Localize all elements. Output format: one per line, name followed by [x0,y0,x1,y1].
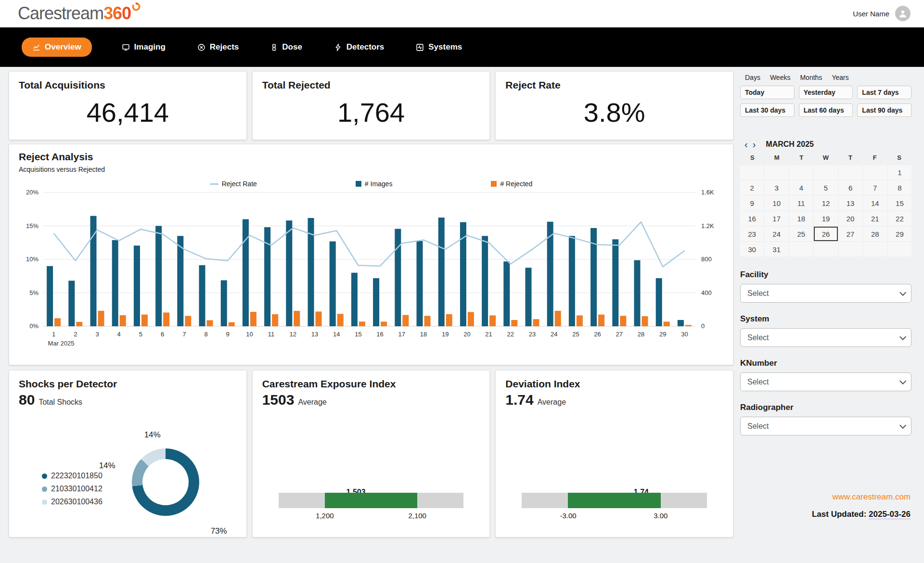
calendar-day-23[interactable]: 23 [740,227,764,241]
calendar-day-14[interactable]: 14 [863,196,887,210]
calendar-prev-icon[interactable]: ‹ [743,140,749,149]
legend-item-detector-3[interactable]: 202630100436 [42,498,103,506]
preset-last-7-days-button[interactable]: Last 7 days [857,86,911,99]
period-tab-years[interactable]: Years [832,74,848,81]
svg-text:28: 28 [638,331,644,338]
exposure-index-gauge: 1,503 1,200 2,100 [279,493,464,520]
shocks-donut-chart [132,448,199,516]
radiographer-label: Radiographer [740,403,911,412]
system-label: System [740,314,911,324]
kpi-card-reject-rate: Reject Rate 3.8% [495,71,733,140]
radiographer-select[interactable]: Select [740,417,911,435]
calendar-day-24[interactable]: 24 [765,227,788,241]
svg-text:7: 7 [182,331,186,338]
svg-text:21: 21 [485,331,492,338]
logo-text: Carestream [18,5,103,22]
calendar-day-25[interactable]: 25 [789,227,813,241]
svg-text:4: 4 [117,331,121,338]
period-tab-months[interactable]: Months [800,74,822,81]
calendar-day-26[interactable]: 26 [814,227,837,241]
line-swatch [210,183,218,185]
calendar-next-icon[interactable]: › [751,140,757,149]
tab-rejects[interactable]: Rejects [195,38,241,57]
deviation-average-value: 1.74 [505,392,533,408]
filter-sidebar: Days Weeks Months Years Today Yesterday … [740,71,911,537]
legend-item-detector-2[interactable]: 210330100412 [42,485,103,493]
facility-select[interactable]: Select [740,284,911,303]
preset-today-button[interactable]: Today [740,86,795,99]
calendar-day-11[interactable]: 11 [789,196,813,210]
calendar-day-27[interactable]: 27 [839,227,862,241]
period-tab-days[interactable]: Days [745,74,760,81]
calendar-day-21[interactable]: 21 [863,211,887,226]
svg-text:14: 14 [333,331,340,338]
tab-label: Rejects [210,42,239,52]
reject-analysis-chart: 0%05%40010%80015%1.2K20%1.6K1Mar 2025234… [19,189,723,348]
svg-text:9: 9 [226,331,230,338]
overview-chart-icon [32,43,40,51]
calendar-day-15[interactable]: 15 [888,196,911,210]
chevron-down-icon [899,289,906,295]
shocks-per-detector-card: Shocks per Detector 80 Total Shocks 2223… [9,370,247,537]
dot-swatch [42,499,47,505]
square-swatch [356,181,361,187]
person-icon [898,9,908,18]
calendar-day-20[interactable]: 20 [839,211,862,226]
calendar-day-30[interactable]: 30 [740,242,764,256]
calendar-cell-empty [863,242,887,256]
tab-label: Overview [45,42,81,52]
period-tab-weeks[interactable]: Weeks [770,74,791,81]
calendar-day-29[interactable]: 29 [888,227,911,241]
svg-text:11: 11 [268,331,275,338]
tab-dose[interactable]: Dose [269,38,304,57]
tab-overview[interactable]: Overview [22,38,92,57]
legend-item-images[interactable]: # Images [356,180,393,188]
detector-serial: 202630100436 [51,498,103,506]
period-tabs: Days Weeks Months Years [740,74,911,81]
tab-detectors[interactable]: Detectors [332,38,386,57]
calendar-day-5[interactable]: 5 [814,180,837,195]
calendar-day-18[interactable]: 18 [789,211,813,226]
legend-item-rejected[interactable]: # Rejected [491,180,532,188]
calendar-day-28[interactable]: 28 [863,227,887,241]
legend-item-reject-rate[interactable]: Reject Rate [210,180,257,188]
calendar-day-2[interactable]: 2 [740,180,764,195]
user-avatar[interactable] [895,6,911,21]
preset-last-60-days-button[interactable]: Last 60 days [799,103,853,117]
gauge-range-max: 3.00 [654,512,667,520]
calendar-day-10[interactable]: 10 [765,196,788,210]
svg-text:20%: 20% [26,189,38,196]
last-updated-date: 2025-03-26 [869,510,911,519]
calendar-day-16[interactable]: 16 [740,211,764,226]
calendar-day-22[interactable]: 22 [888,211,911,226]
tab-imaging[interactable]: Imaging [120,38,167,57]
calendar-day-7[interactable]: 7 [863,180,887,195]
preset-last-30-days-button[interactable]: Last 30 days [740,103,795,117]
calendar-day-19[interactable]: 19 [814,211,837,226]
carestream-website-link[interactable]: www.carestream.com [833,492,911,501]
slice-label-light: 14% [144,430,161,440]
calendar-day-8[interactable]: 8 [888,180,911,195]
calendar-cell-empty [765,165,788,179]
select-value: Select [747,378,769,386]
calendar-day-13[interactable]: 13 [839,196,862,210]
chart-subtitle: Acquisitions versus Rejected [19,166,723,173]
preset-last-90-days-button[interactable]: Last 90 days [857,103,911,117]
gauge-range-max: 2,100 [408,512,426,520]
calendar-day-31[interactable]: 31 [765,242,788,256]
calendar-day-6[interactable]: 6 [839,180,862,195]
knumber-select[interactable]: Select [740,372,911,391]
calendar-day-12[interactable]: 12 [814,196,837,210]
preset-yesterday-button[interactable]: Yesterday [799,86,853,99]
calendar-day-1[interactable]: 1 [888,165,911,179]
dosimeter-icon [270,43,278,51]
calendar-day-9[interactable]: 9 [740,196,764,210]
legend-item-detector-1[interactable]: 222320101850 [42,472,103,480]
calendar-day-17[interactable]: 17 [765,211,788,226]
calendar-day-3[interactable]: 3 [765,180,788,195]
system-select[interactable]: Select [740,328,911,347]
calendar-day-4[interactable]: 4 [789,180,813,195]
calendar-cell-empty [814,242,837,256]
svg-text:18: 18 [420,331,427,338]
tab-systems[interactable]: Systems [414,38,464,57]
